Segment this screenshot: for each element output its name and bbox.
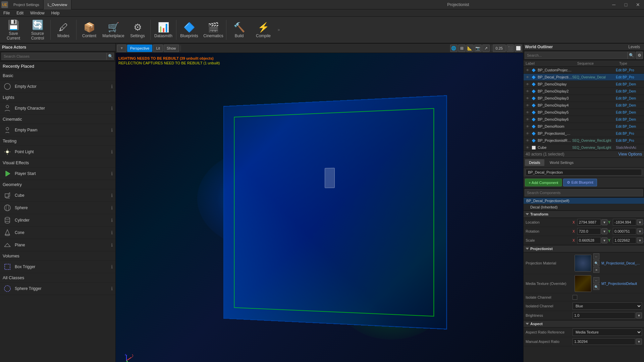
vp-grid-icon[interactable]: ⊞ bbox=[458, 45, 466, 52]
component-self[interactable]: BP_Decal_Projection(self) bbox=[524, 198, 644, 204]
scale-y-down-btn[interactable]: ▼ bbox=[637, 237, 643, 243]
viewport-type-btn[interactable]: ▼ bbox=[117, 45, 126, 52]
world-settings-tab[interactable]: World Settings bbox=[546, 159, 578, 166]
location-x-input[interactable] bbox=[577, 219, 601, 226]
scale-y-input[interactable] bbox=[613, 237, 636, 244]
rotation-y-down-btn[interactable]: ▼ bbox=[637, 228, 643, 234]
menu-help[interactable]: Help bbox=[48, 9, 63, 17]
location-y-down-btn[interactable]: ▼ bbox=[637, 219, 643, 225]
component-search-input[interactable] bbox=[525, 189, 643, 196]
actor-sphere[interactable]: Sphere ℹ bbox=[0, 202, 115, 214]
lit-btn[interactable]: Lit bbox=[153, 45, 163, 52]
actor-player-start[interactable]: Player Start ℹ bbox=[0, 168, 115, 180]
toolbar-expand-btn[interactable]: » bbox=[275, 18, 282, 42]
category-volumes[interactable]: Volumes bbox=[0, 251, 115, 261]
toolbar-source-control-btn[interactable]: 🔄 Source Control bbox=[25, 18, 50, 42]
toolbar-marketplace-btn[interactable]: 🛒 Marketplace bbox=[101, 18, 125, 42]
vp-zoom-value[interactable]: 0.25 bbox=[493, 45, 506, 52]
rotation-x-input[interactable] bbox=[577, 228, 601, 235]
visibility-icon-8[interactable]: 👁 bbox=[525, 117, 530, 122]
outliner-row-cube[interactable]: 👁 ⬜ Cube SEQ_Overview_SpotLight StaticMe… bbox=[524, 144, 644, 150]
close-button[interactable]: ✕ bbox=[632, 0, 644, 9]
actor-box-trigger[interactable]: Box Trigger ℹ bbox=[0, 261, 115, 273]
toolbar-modes-btn[interactable]: 🖊 Modes bbox=[51, 18, 75, 42]
actor-sphere-trigger[interactable]: Sphere Trigger ℹ bbox=[0, 283, 115, 295]
visibility-icon-4[interactable]: 👁 bbox=[525, 88, 530, 94]
projectionist-section-header[interactable]: Projectionist bbox=[524, 245, 644, 252]
viewport[interactable]: ▼ Perspective Lit Show 🌐 ⊞ 📐 📷 ↗ 0.25 ⬛ … bbox=[116, 44, 523, 362]
toolbar-blueprints-btn[interactable]: 🔷 Blueprints bbox=[177, 18, 201, 42]
actor-empty-actor[interactable]: Empty Actor ℹ bbox=[0, 80, 115, 93]
manual-aspect-input[interactable] bbox=[573, 338, 635, 345]
isolate-channel-checkbox[interactable] bbox=[573, 295, 577, 300]
location-x-down-btn[interactable]: ▼ bbox=[601, 219, 607, 225]
vp-move-icon[interactable]: 🌐 bbox=[450, 45, 458, 52]
col-label[interactable]: Label bbox=[524, 60, 575, 66]
outliner-row-bp-projrect[interactable]: 👁 🔷 BP_ProjectionistRectLig SEQ_Overview… bbox=[524, 137, 644, 144]
scale-x-down-btn[interactable]: ▼ bbox=[601, 237, 607, 243]
details-tab[interactable]: Details bbox=[525, 159, 544, 166]
proj-mat-search-btn[interactable]: 🔍 bbox=[593, 260, 599, 266]
rotation-x-down-btn[interactable]: ▼ bbox=[601, 228, 607, 234]
menu-edit[interactable]: Edit bbox=[13, 9, 27, 17]
edit-blueprint-btn[interactable]: ⚙ Edit Blueprint bbox=[563, 179, 597, 186]
proj-mat-clear-btn[interactable]: ✕ bbox=[593, 267, 599, 273]
menu-window[interactable]: Window bbox=[27, 9, 48, 17]
aspect-section-header[interactable]: Aspect bbox=[524, 320, 644, 327]
perspective-btn[interactable]: Perspective bbox=[127, 45, 152, 52]
col-sequence[interactable]: Sequence bbox=[575, 60, 617, 66]
outliner-row-bp-demoroom[interactable]: 👁 🔷 BP_DemoRoom Edit BP_Dem bbox=[524, 123, 644, 130]
toolbar-settings-btn[interactable]: ⚙ Settings bbox=[125, 18, 150, 42]
toolbar-save-btn[interactable]: 💾 Save Current bbox=[1, 18, 25, 42]
actor-info-btn-9[interactable]: ℹ bbox=[111, 230, 113, 235]
visibility-icon-7[interactable]: 👁 bbox=[525, 110, 530, 115]
visibility-icon-6[interactable]: 👁 bbox=[525, 103, 530, 108]
actor-empty-character[interactable]: Empty Character ℹ bbox=[0, 102, 115, 115]
actor-cube[interactable]: Cube ℹ bbox=[0, 189, 115, 202]
outliner-row-bp-demo1[interactable]: 👁 🔷 BP_DemoDisplay Edit BP_Dem bbox=[524, 81, 644, 88]
vp-snap-icon[interactable]: 📐 bbox=[466, 45, 474, 52]
toolbar-content-btn[interactable]: 📦 Content bbox=[77, 18, 101, 42]
toolbar-cinematics-btn[interactable]: 🎬 Cinematics bbox=[201, 18, 225, 42]
outliner-row-bp-projcanva[interactable]: 👁 🔷 BP_Projectionist_Canva Edit BP_Pro bbox=[524, 130, 644, 137]
rotation-y-input[interactable] bbox=[613, 228, 636, 235]
visibility-icon-11[interactable]: 👁 bbox=[525, 138, 530, 143]
transform-section-header[interactable]: Transform bbox=[524, 210, 644, 218]
minimize-button[interactable]: ─ bbox=[608, 0, 620, 9]
toolbar-compile-btn[interactable]: ⚡ Compile bbox=[251, 18, 275, 42]
proj-mat-back-btn[interactable]: ← bbox=[593, 253, 599, 259]
brightness-down-btn[interactable]: ▼ bbox=[636, 312, 642, 318]
menu-file[interactable]: File bbox=[0, 9, 13, 17]
actor-info-btn[interactable]: ℹ bbox=[111, 84, 113, 89]
media-tex-back-btn[interactable]: ← bbox=[593, 277, 599, 283]
actor-info-btn-3[interactable]: ℹ bbox=[111, 127, 113, 133]
category-geometry[interactable]: Geometry bbox=[0, 180, 115, 189]
aspect-ratio-ref-select[interactable]: Media Texture Manual bbox=[573, 328, 642, 336]
add-component-btn[interactable]: + Add Component bbox=[525, 179, 562, 186]
isolated-channel-select[interactable]: Blue Red Green Alpha bbox=[573, 302, 642, 310]
view-options-btn[interactable]: View Options bbox=[619, 152, 642, 157]
visibility-icon-9[interactable]: 👁 bbox=[525, 124, 530, 129]
show-btn[interactable]: Show bbox=[164, 45, 179, 52]
category-basic[interactable]: Basic bbox=[0, 71, 115, 80]
vp-camera-icon[interactable]: 📷 bbox=[474, 45, 482, 52]
visibility-icon-1[interactable]: 👁 bbox=[525, 67, 530, 73]
actor-empty-pawn[interactable]: Empty Pawn ℹ bbox=[0, 124, 115, 136]
visibility-icon-10[interactable]: 👁 bbox=[525, 131, 530, 136]
actor-plane[interactable]: Plane ℹ bbox=[0, 239, 115, 251]
outliner-row-bp-demo4[interactable]: 👁 🔷 BP_DemoDisplay4 Edit BP_Dem bbox=[524, 102, 644, 109]
visibility-icon-12[interactable]: 👁 bbox=[525, 145, 530, 150]
outliner-row-bp-demo6[interactable]: 👁 🔷 BP_DemoDisplay6 Edit BP_Dem bbox=[524, 116, 644, 123]
outliner-row-bp-demo5[interactable]: 👁 🔷 BP_DemoDisplay5 Edit BP_Dem bbox=[524, 109, 644, 116]
actor-cone[interactable]: Cone ℹ bbox=[0, 227, 115, 239]
outliner-search-icon[interactable]: 🔍 bbox=[628, 52, 635, 59]
actor-info-btn-5[interactable]: ℹ bbox=[111, 171, 113, 176]
component-decal[interactable]: Decal (Inherited) bbox=[524, 204, 644, 210]
tab-l-overview[interactable]: L_Overview bbox=[44, 0, 71, 9]
actor-info-btn-11[interactable]: ℹ bbox=[111, 264, 113, 269]
visibility-icon-5[interactable]: 👁 bbox=[525, 96, 530, 101]
actor-info-btn-10[interactable]: ℹ bbox=[111, 242, 113, 248]
actor-info-btn-2[interactable]: ℹ bbox=[111, 106, 113, 111]
category-all-classes[interactable]: All Classes bbox=[0, 273, 115, 283]
actor-info-btn-6[interactable]: ℹ bbox=[111, 193, 113, 198]
